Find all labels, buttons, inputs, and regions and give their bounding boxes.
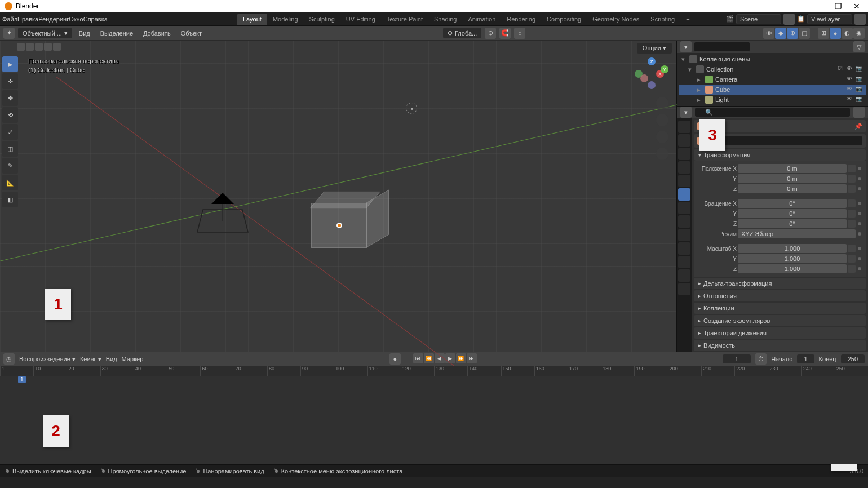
header-menu-object[interactable]: Объект bbox=[178, 29, 205, 38]
lock-icon[interactable] bbox=[848, 265, 856, 273]
lock-icon[interactable] bbox=[848, 199, 856, 207]
zoom-icon[interactable] bbox=[656, 97, 668, 109]
tab-viewlayer[interactable] bbox=[678, 148, 690, 160]
timeline-menu-view[interactable]: Вид bbox=[106, 356, 117, 362]
jump-next-key-button[interactable]: ⏩ bbox=[456, 353, 466, 363]
tab-physics[interactable] bbox=[678, 229, 690, 241]
tab-sculpting[interactable]: Sculpting bbox=[304, 14, 340, 25]
shading-rendered-button[interactable]: ◉ bbox=[853, 28, 865, 39]
tab-particles[interactable] bbox=[678, 215, 690, 228]
jump-end-button[interactable]: ⏭ bbox=[467, 353, 477, 363]
tab-data[interactable] bbox=[678, 256, 690, 268]
perspective-toggle-icon[interactable] bbox=[656, 148, 668, 160]
new-viewlayer-button[interactable] bbox=[854, 14, 866, 25]
timeline-ruler[interactable]: 1102030405060708090100110120130140150160… bbox=[0, 366, 868, 376]
snap-button[interactable]: 🧲 bbox=[499, 28, 511, 39]
editor-type-button[interactable]: ✦ bbox=[3, 28, 15, 39]
lock-icon[interactable] bbox=[848, 245, 856, 252]
tool-select-box[interactable]: ▶ bbox=[2, 56, 18, 72]
panel-relations[interactable]: ▸Отношения bbox=[694, 290, 866, 301]
shading-material-button[interactable]: ◐ bbox=[842, 28, 853, 39]
header-menu-add[interactable]: Добавить bbox=[140, 29, 174, 38]
autokey-button[interactable]: ● bbox=[389, 353, 401, 365]
select-box-icon[interactable] bbox=[17, 43, 25, 51]
scale-y-field[interactable]: 1.000 bbox=[738, 254, 847, 263]
shading-solid-button[interactable]: ● bbox=[830, 28, 841, 39]
shading-wireframe-button[interactable]: ⊞ bbox=[818, 28, 829, 39]
location-x-field[interactable]: 0 m bbox=[738, 164, 847, 173]
properties-options-button[interactable] bbox=[853, 107, 865, 118]
tool-rotate[interactable]: ⟲ bbox=[2, 107, 18, 123]
header-menu-view[interactable]: Вид bbox=[76, 29, 94, 38]
tool-cursor[interactable]: ✛ bbox=[2, 73, 18, 89]
pin-icon[interactable]: 📌 bbox=[854, 123, 862, 130]
tab-scene[interactable] bbox=[678, 161, 690, 174]
lock-icon[interactable] bbox=[848, 210, 856, 218]
viewlayer-name-field[interactable]: ViewLayer bbox=[807, 14, 852, 24]
tab-modeling[interactable]: Modeling bbox=[267, 14, 304, 25]
tab-modifiers[interactable] bbox=[678, 202, 690, 214]
scale-z-field[interactable]: 1.000 bbox=[738, 264, 847, 273]
timeline-body[interactable]: 1 2 bbox=[0, 376, 868, 464]
eye-icon[interactable]: 👁 bbox=[847, 96, 854, 104]
location-y-field[interactable]: 0 m bbox=[738, 174, 847, 183]
overlay-button[interactable]: ⊕ bbox=[787, 28, 798, 39]
panel-motion-paths[interactable]: ▸Траектории движения bbox=[694, 327, 866, 339]
tab-animation[interactable]: Animation bbox=[462, 14, 501, 25]
orientation-dropdown[interactable]: ⊕ Глоба... bbox=[443, 28, 481, 38]
camera-icon[interactable]: 📷 bbox=[856, 76, 863, 83]
3d-viewport[interactable]: Опции ▾ Пользовательская перспектива (1)… bbox=[0, 41, 676, 352]
mode-dropdown[interactable]: Объектный ... ▾ bbox=[18, 28, 72, 38]
object-name-field[interactable] bbox=[707, 136, 862, 145]
tab-compositing[interactable]: Compositing bbox=[541, 14, 587, 25]
tab-scripting[interactable]: Scripting bbox=[645, 14, 680, 25]
current-frame-field[interactable]: 1 bbox=[723, 354, 751, 363]
menu-file[interactable]: Файл bbox=[2, 16, 17, 23]
eye-icon[interactable]: 👁 bbox=[847, 86, 854, 94]
camera-icon[interactable]: 📷 bbox=[856, 96, 863, 104]
checkbox-icon[interactable]: ☑ bbox=[838, 65, 845, 73]
tool-move[interactable]: ✥ bbox=[2, 90, 18, 106]
navigation-gizmo[interactable]: Z X Y bbox=[635, 57, 668, 91]
select-lasso-icon[interactable] bbox=[35, 43, 43, 51]
lock-icon[interactable] bbox=[848, 185, 856, 193]
tab-texture[interactable] bbox=[678, 283, 690, 295]
select-circle-icon[interactable] bbox=[26, 43, 34, 51]
tab-geometry-nodes[interactable]: Geometry Nodes bbox=[587, 14, 645, 25]
tool-measure[interactable]: 📐 bbox=[2, 175, 18, 190]
rotation-x-field[interactable]: 0° bbox=[738, 199, 847, 208]
lock-icon[interactable] bbox=[848, 220, 856, 228]
scale-x-field[interactable]: 1.000 bbox=[738, 244, 847, 253]
play-button[interactable]: ▶ bbox=[445, 353, 455, 363]
camera-object[interactable] bbox=[197, 193, 248, 239]
menu-window[interactable]: Окно bbox=[69, 16, 83, 23]
panel-delta-transform[interactable]: ▸Дельта-трансформация bbox=[694, 278, 866, 289]
tab-rendering[interactable]: Rendering bbox=[501, 14, 541, 25]
header-menu-select[interactable]: Выделение bbox=[97, 29, 136, 38]
tool-add-cube[interactable]: ◧ bbox=[2, 192, 18, 207]
cube-object[interactable] bbox=[311, 192, 367, 248]
eye-icon[interactable]: 👁 bbox=[847, 76, 854, 83]
tab-texture-paint[interactable]: Texture Paint bbox=[381, 14, 428, 25]
outliner-item-cube[interactable]: ▸Cube👁📷 bbox=[679, 85, 866, 95]
tab-shading[interactable]: Shading bbox=[428, 14, 462, 25]
tool-annotate[interactable]: ✎ bbox=[2, 158, 18, 174]
lock-icon[interactable] bbox=[848, 165, 856, 172]
camera-icon[interactable]: 📷 bbox=[856, 86, 863, 94]
timeline-editor-type-button[interactable]: ◷ bbox=[3, 353, 15, 365]
panel-collections[interactable]: ▸Коллекции bbox=[694, 303, 866, 314]
panel-transform-header[interactable]: ▾Трансформация bbox=[694, 149, 866, 161]
camera-icon[interactable]: 📷 bbox=[856, 65, 863, 73]
outliner-item-camera[interactable]: ▸Camera👁📷 bbox=[679, 74, 866, 85]
tab-material[interactable] bbox=[678, 269, 690, 282]
jump-start-button[interactable]: ⏮ bbox=[413, 353, 423, 363]
timeline-menu-keying[interactable]: Кеинг ▾ bbox=[80, 356, 101, 363]
outliner-scene-collection[interactable]: ▾Коллекция сцены bbox=[679, 54, 866, 64]
panel-visibility[interactable]: ▸Видимость bbox=[694, 340, 866, 351]
maximize-button[interactable]: ❐ bbox=[831, 2, 845, 11]
visibility-button[interactable]: 👁 bbox=[763, 28, 774, 39]
properties-search-input[interactable] bbox=[695, 108, 850, 117]
outliner-item-light[interactable]: ▸Light👁📷 bbox=[679, 95, 866, 105]
close-button[interactable]: ✕ bbox=[850, 2, 863, 11]
lock-icon[interactable] bbox=[848, 175, 856, 183]
